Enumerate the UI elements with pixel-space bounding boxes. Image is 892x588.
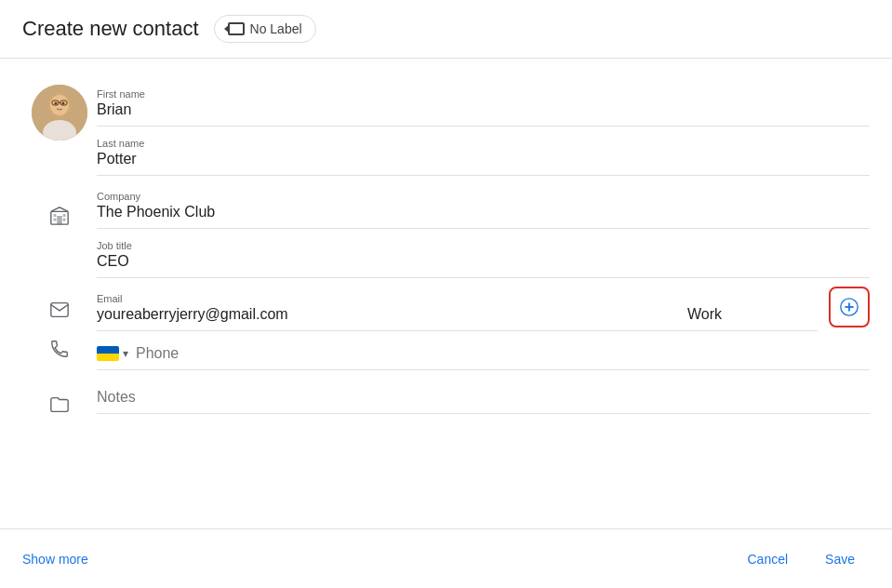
job-title-group: Job title: [97, 240, 870, 278]
job-title-input[interactable]: [97, 253, 870, 278]
phone-icon: [49, 339, 70, 359]
footer-actions: Cancel Save: [732, 544, 870, 574]
phone-input[interactable]: [136, 345, 870, 362]
svg-point-3: [55, 102, 58, 105]
add-email-button[interactable]: [829, 287, 870, 327]
company-icon: [49, 206, 70, 226]
header: Create new contact No Label: [0, 0, 892, 59]
email-icon-wrap: [22, 300, 97, 331]
svg-rect-13: [54, 219, 57, 221]
company-icon-wrap: [22, 180, 97, 226]
flag-yellow-stripe: [97, 354, 119, 361]
last-name-group: Last name: [97, 138, 870, 176]
email-section: Email Work: [22, 282, 870, 331]
ukraine-flag: [97, 346, 119, 361]
svg-rect-11: [54, 214, 57, 217]
phone-icon-wrap: [22, 339, 97, 370]
first-name-label: First name: [97, 88, 870, 100]
footer: Show more Cancel Save: [0, 528, 892, 588]
notes-icon: [49, 394, 70, 415]
svg-rect-10: [57, 216, 62, 224]
plus-icon: [839, 297, 859, 317]
first-name-input[interactable]: [97, 101, 870, 127]
email-label: Email: [97, 293, 818, 304]
job-title-label: Job title: [97, 240, 870, 251]
name-fields: First name Last name: [97, 77, 870, 176]
company-group: Company: [97, 191, 870, 229]
email-input[interactable]: [97, 306, 669, 331]
phone-row: ▾: [97, 345, 870, 370]
company-section: Company Job title: [22, 180, 870, 278]
email-input-wrap: [97, 306, 669, 331]
svg-rect-15: [51, 303, 68, 317]
svg-rect-12: [63, 214, 66, 217]
phone-section: ▾: [22, 339, 870, 370]
notes-section: [22, 378, 870, 415]
email-icon: [49, 300, 70, 320]
phone-fields: ▾: [97, 345, 870, 370]
svg-rect-14: [63, 219, 66, 221]
last-name-label: Last name: [97, 138, 870, 149]
avatar[interactable]: [22, 77, 97, 140]
company-label: Company: [97, 191, 870, 202]
name-section: First name Last name: [22, 77, 870, 176]
company-input[interactable]: [97, 204, 870, 229]
email-type-text: Work: [687, 306, 722, 323]
notes-icon-wrap: [22, 378, 97, 415]
chevron-down-icon: ▾: [123, 347, 128, 360]
form-container: First name Last name Com: [0, 59, 892, 513]
no-label-button[interactable]: No Label: [214, 15, 316, 43]
email-row: Work: [97, 306, 818, 331]
svg-point-4: [62, 102, 65, 105]
email-type-selector[interactable]: Work: [669, 306, 818, 331]
company-fields: Company Job title: [97, 180, 870, 278]
country-selector[interactable]: ▾: [97, 346, 128, 361]
email-fields: Email Work: [97, 282, 818, 331]
flag-blue-stripe: [97, 346, 119, 354]
notes-fields: [97, 378, 870, 414]
avatar-image: [32, 85, 87, 140]
last-name-input[interactable]: [97, 151, 870, 176]
no-label-text: No Label: [250, 21, 302, 36]
notes-input[interactable]: [97, 389, 870, 414]
save-button[interactable]: Save: [810, 544, 870, 574]
label-icon: [228, 22, 245, 35]
show-more-button[interactable]: Show more: [22, 552, 88, 567]
cancel-button[interactable]: Cancel: [732, 544, 803, 574]
page-title: Create new contact: [22, 17, 199, 41]
first-name-group: First name: [97, 88, 870, 127]
